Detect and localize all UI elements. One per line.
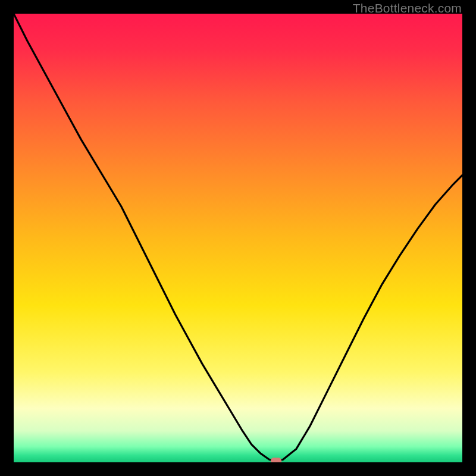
optimal-marker [271, 458, 281, 462]
gradient-background [14, 14, 462, 462]
chart-frame [14, 14, 462, 462]
bottleneck-chart [14, 14, 462, 462]
watermark-text: TheBottleneck.com [353, 1, 462, 15]
